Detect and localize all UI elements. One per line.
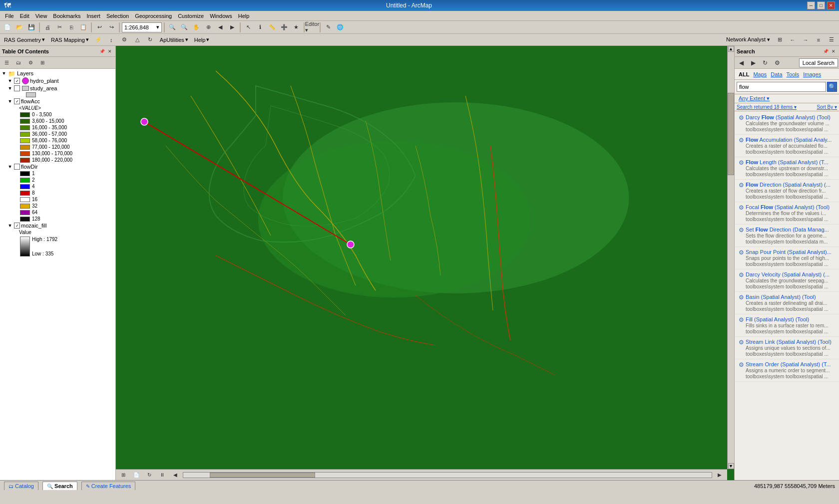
toc-options-btn[interactable]: ⚙ bbox=[25, 57, 36, 68]
search-result-10[interactable]: ⚙ Stream Link (Spatial Analyst) (Tool) A… bbox=[735, 337, 839, 359]
sketch-button[interactable]: ✎ bbox=[323, 22, 334, 33]
layer-hydro-plant[interactable]: ▼ hydro_plant bbox=[0, 77, 115, 85]
menu-insert[interactable]: Insert bbox=[83, 12, 103, 20]
na-btn4[interactable]: ≡ bbox=[813, 34, 824, 45]
tab-search[interactable]: 🔍 Search bbox=[42, 482, 77, 490]
full-extent-button[interactable]: ⊕ bbox=[203, 22, 214, 33]
save-button[interactable]: 💾 bbox=[26, 22, 37, 33]
next-extent-button[interactable]: ▶ bbox=[227, 22, 238, 33]
measure-button[interactable]: 📏 bbox=[267, 22, 278, 33]
search-dock-button[interactable]: 📌 bbox=[822, 48, 829, 55]
maximize-button[interactable]: □ bbox=[817, 1, 825, 9]
minimize-button[interactable]: ─ bbox=[807, 1, 815, 9]
paste-button[interactable]: 📋 bbox=[78, 22, 89, 33]
search-result-2[interactable]: ⚙ Flow Length (Spatial Analyst) (T... Ca… bbox=[735, 157, 839, 180]
menu-bookmarks[interactable]: Bookmarks bbox=[50, 12, 83, 20]
new-button[interactable]: 📄 bbox=[2, 22, 13, 33]
flowdir-checkbox[interactable] bbox=[14, 164, 20, 170]
pan-button[interactable]: ✋ bbox=[191, 22, 202, 33]
search-result-7[interactable]: ⚙ Darcy Velocity (Spatial Analyst) (... … bbox=[735, 269, 839, 292]
search-type-maps[interactable]: Maps bbox=[751, 71, 769, 77]
map-pause-btn[interactable]: ⏸ bbox=[157, 470, 168, 481]
open-button[interactable]: 📂 bbox=[14, 22, 25, 33]
search-result-1[interactable]: ⚙ Flow Accumulation (Spatial Analy... Cr… bbox=[735, 135, 839, 157]
identify-button[interactable]: ℹ bbox=[255, 22, 266, 33]
na-btn2[interactable]: ← bbox=[787, 34, 798, 45]
scroll-thumb-v[interactable] bbox=[728, 93, 734, 175]
search-results-summary[interactable]: Search returned 18 items ▾ bbox=[737, 104, 797, 110]
hydro-checkbox[interactable] bbox=[14, 78, 20, 84]
scroll-thumb-h[interactable] bbox=[210, 473, 316, 478]
add-data-button[interactable]: ➕ bbox=[279, 22, 290, 33]
prev-extent-button[interactable]: ◀ bbox=[215, 22, 226, 33]
study-checkbox[interactable] bbox=[14, 85, 20, 91]
layer-mozaic-fill[interactable]: ▼ mozaic_fill bbox=[0, 222, 115, 229]
search-sort-dropdown[interactable]: Sort By ▾ bbox=[817, 104, 837, 110]
layer-flowacc[interactable]: ▼ flowAcc bbox=[0, 98, 115, 105]
ras-btn2[interactable]: ↕ bbox=[106, 34, 117, 45]
search-type-all[interactable]: ALL bbox=[737, 71, 751, 77]
layers-group[interactable]: ▼ 📁 Layers bbox=[0, 70, 115, 77]
add-data-button2[interactable]: ★ bbox=[291, 22, 302, 33]
search-result-9[interactable]: ⚙ Fill (Spatial Analyst) (Tool) Fills si… bbox=[735, 314, 839, 337]
na-btn3[interactable]: → bbox=[800, 34, 811, 45]
search-result-3[interactable]: ⚙ Flow Direction (Spatial Analyst) (... … bbox=[735, 180, 839, 202]
undo-button[interactable]: ↩ bbox=[94, 22, 105, 33]
redo-button[interactable]: ↪ bbox=[106, 22, 117, 33]
search-forward-btn[interactable]: ▶ bbox=[748, 57, 759, 68]
search-result-0[interactable]: ⚙ Darcy Flow (Spatial Analyst) (Tool) Ca… bbox=[735, 112, 839, 135]
menu-selection[interactable]: Selection bbox=[103, 12, 132, 20]
na-btn5[interactable]: ☰ bbox=[826, 34, 837, 45]
network-analyst-menu[interactable]: Network Analyst ▾ bbox=[724, 35, 772, 44]
zoom-in-button[interactable]: 🔍 bbox=[167, 22, 178, 33]
map-scrollbar-h[interactable] bbox=[183, 472, 712, 478]
map-scroll-left[interactable]: ◀ bbox=[170, 470, 181, 481]
toc-dock-button[interactable]: 📌 bbox=[98, 48, 105, 55]
na-btn1[interactable]: ⊞ bbox=[774, 34, 785, 45]
search-type-images[interactable]: Images bbox=[801, 71, 823, 77]
menu-customize[interactable]: Customize bbox=[175, 12, 207, 20]
layout-view-btn[interactable]: 📄 bbox=[131, 470, 142, 481]
toc-expand-all[interactable]: ⊞ bbox=[37, 57, 48, 68]
ras-mapping-menu[interactable]: RAS Mapping ▾ bbox=[49, 35, 91, 44]
search-type-tools[interactable]: Tools bbox=[785, 71, 802, 77]
cut-button[interactable]: ✂ bbox=[54, 22, 65, 33]
ras-btn1[interactable]: ⚡ bbox=[93, 34, 104, 45]
zoom-out-button[interactable]: 🔍 bbox=[179, 22, 190, 33]
close-button[interactable]: ✕ bbox=[827, 1, 835, 9]
search-close-button[interactable]: ✕ bbox=[830, 48, 837, 55]
tab-create-features[interactable]: ✎ Create Features bbox=[81, 482, 136, 490]
data-view-btn[interactable]: ⊞ bbox=[118, 470, 129, 481]
ras-btn5[interactable]: ↻ bbox=[145, 34, 156, 45]
copy-button[interactable]: ⎘ bbox=[66, 22, 77, 33]
select-button[interactable]: ↖ bbox=[243, 22, 254, 33]
search-result-11[interactable]: ⚙ Stream Order (Spatial Analyst) (T... A… bbox=[735, 359, 839, 382]
search-type-data[interactable]: Data bbox=[769, 71, 784, 77]
mozaic-checkbox[interactable] bbox=[14, 223, 20, 229]
print-button[interactable]: 🖨 bbox=[42, 22, 53, 33]
ap-utilities-menu[interactable]: ApUtilities ▾ bbox=[158, 35, 190, 44]
layer-study-area[interactable]: ▼ study_area bbox=[0, 85, 115, 92]
search-extent-dropdown[interactable]: Any Extent ▾ bbox=[737, 94, 772, 102]
search-back-btn[interactable]: ◀ bbox=[736, 57, 747, 68]
toc-close-button[interactable]: ✕ bbox=[106, 48, 113, 55]
ras-btn4[interactable]: △ bbox=[132, 34, 143, 45]
map-area[interactable]: ▲ ▼ ⊞ 📄 ↻ ⏸ ◀ ▶ bbox=[116, 46, 734, 480]
search-settings-btn[interactable]: ⚙ bbox=[772, 57, 783, 68]
search-input[interactable] bbox=[737, 82, 826, 92]
ras-btn3[interactable]: ⚙ bbox=[119, 34, 130, 45]
editor-dropdown[interactable]: Editor ▾ bbox=[307, 22, 318, 33]
search-refresh-btn[interactable]: ↻ bbox=[760, 57, 771, 68]
ras-help-menu[interactable]: Help ▾ bbox=[192, 35, 212, 44]
map-scrollbar-v[interactable]: ▲ ▼ bbox=[727, 46, 734, 469]
menu-help[interactable]: Help bbox=[235, 12, 253, 20]
menu-edit[interactable]: Edit bbox=[17, 12, 32, 20]
layer-flowdir[interactable]: ▼ flowDir bbox=[0, 163, 115, 170]
search-result-5[interactable]: ⚙ Set Flow Direction (Data Manag... Sets… bbox=[735, 225, 839, 247]
search-result-6[interactable]: ⚙ Snap Pour Point (Spatial Analyst)... S… bbox=[735, 247, 839, 269]
menu-view[interactable]: View bbox=[32, 12, 50, 20]
search-result-8[interactable]: ⚙ Basin (Spatial Analyst) (Tool) Creates… bbox=[735, 292, 839, 314]
map-refresh-btn[interactable]: ↻ bbox=[144, 470, 155, 481]
map-scroll-right[interactable]: ▶ bbox=[714, 470, 725, 481]
search-result-4[interactable]: ⚙ Focal Flow (Spatial Analyst) (Tool) De… bbox=[735, 202, 839, 225]
